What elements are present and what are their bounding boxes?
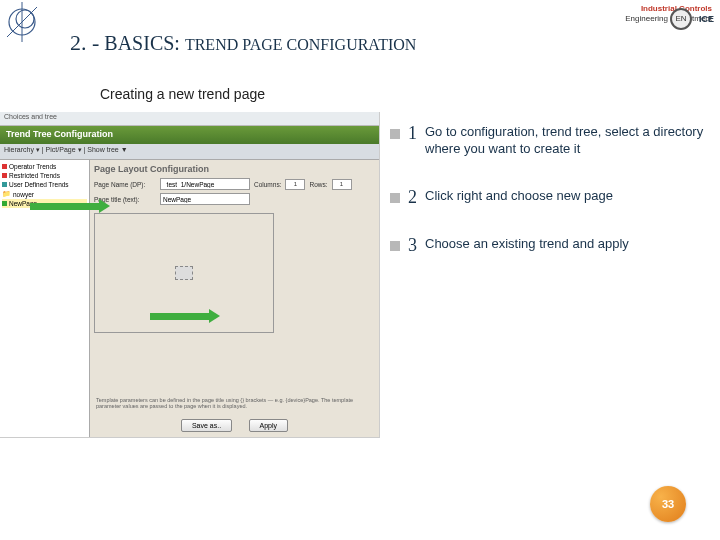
- step-item: 3 Choose an existing trend and apply: [390, 236, 714, 254]
- page-number-badge: 33: [650, 486, 686, 522]
- config-panel: Page Layout Configuration Page Name (DP)…: [90, 160, 379, 438]
- page-name-label: Page Name (DP):: [94, 181, 156, 188]
- app-screenshot: Choices and tree Trend Tree Configuratio…: [0, 112, 380, 438]
- app-window-title: Trend Tree Configuration: [0, 126, 379, 144]
- dot-icon: [2, 201, 7, 206]
- dept-line1: Industrial Controls: [625, 4, 712, 14]
- tree-item: Operator Trends: [2, 162, 87, 171]
- step-number: 3: [408, 236, 417, 254]
- step-number: 1: [408, 124, 417, 142]
- dot-icon: [2, 173, 7, 178]
- step-list: 1 Go to configuration, trend tree, selec…: [390, 124, 714, 284]
- rows-label: Rows:: [309, 181, 327, 188]
- columns-label: Columns:: [254, 181, 281, 188]
- page-title-field[interactable]: [160, 193, 250, 205]
- step-item: 2 Click right and choose new page: [390, 188, 714, 206]
- saveas-button[interactable]: Save as..: [181, 419, 232, 432]
- dot-icon: [2, 182, 7, 187]
- title-rest: TREND PAGE CONFIGURATION: [185, 36, 416, 53]
- bullet-icon: [390, 241, 400, 251]
- cern-logo: [2, 2, 42, 42]
- step-text: Click right and choose new page: [425, 188, 613, 205]
- step-item: 1 Go to configuration, trend tree, selec…: [390, 124, 714, 158]
- slide-title: 2. - BASICS: TREND PAGE CONFIGURATION: [70, 30, 416, 56]
- en-badge: EN: [670, 8, 692, 30]
- bullet-icon: [390, 193, 400, 203]
- app-menu: Choices and tree: [0, 112, 379, 126]
- slide-subtitle: Creating a new trend page: [100, 86, 265, 102]
- arrow-icon: [150, 313, 210, 320]
- step-number: 2: [408, 188, 417, 206]
- bullet-icon: [390, 129, 400, 139]
- placeholder-icon: [175, 266, 193, 280]
- app-toolbar[interactable]: Hierarchy ▾ | Pict/Page ▾ | Show tree ▼: [0, 144, 379, 160]
- apply-button[interactable]: Apply: [249, 419, 289, 432]
- columns-stepper[interactable]: 1: [285, 179, 305, 190]
- tree-item: Restricted Trends: [2, 171, 87, 180]
- step-text: Choose an existing trend and apply: [425, 236, 629, 253]
- title-number: 2. -: [70, 30, 99, 55]
- rows-stepper[interactable]: 1: [332, 179, 352, 190]
- tree-panel[interactable]: Operator Trends Restricted Trends User D…: [0, 160, 90, 438]
- tree-item: 📁nowyer: [2, 189, 87, 199]
- title-main: BASICS: [104, 32, 174, 54]
- page-name-field[interactable]: [160, 178, 250, 190]
- config-header: Page Layout Configuration: [94, 164, 375, 174]
- hint-text: Template parameters can be defined in th…: [96, 397, 373, 410]
- folder-icon: 📁: [2, 190, 11, 198]
- tree-item: User Defined Trends: [2, 180, 87, 189]
- step-text: Go to configuration, trend tree, select …: [425, 124, 714, 158]
- dot-icon: [2, 164, 7, 169]
- arrow-icon: [30, 203, 100, 210]
- ice-label: ICE: [699, 14, 714, 24]
